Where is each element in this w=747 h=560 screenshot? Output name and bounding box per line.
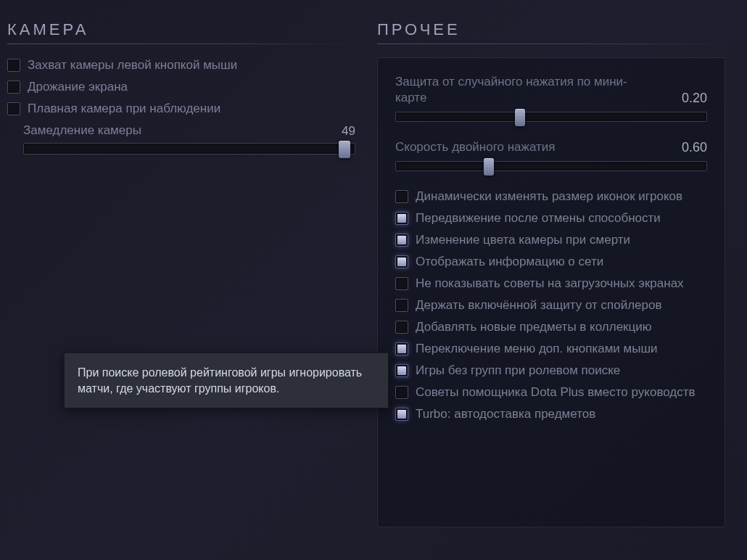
misc-option-row[interactable]: Советы помощника Dota Plus вместо руково… — [395, 384, 707, 400]
checkbox[interactable] — [395, 299, 408, 312]
camera-section: КАМЕРА Захват камеры левой кнопкой мышиД… — [7, 20, 355, 527]
checkbox[interactable] — [7, 59, 20, 72]
slider-label: Скорость двойного нажатия — [395, 139, 555, 155]
checkbox[interactable] — [395, 212, 408, 225]
camera-slow-slider[interactable]: Замедление камеры 49 — [23, 123, 355, 155]
slider-track[interactable] — [395, 161, 707, 171]
camera-options: Захват камеры левой кнопкой мышиДрожание… — [7, 57, 355, 117]
slider-label: Защита от случайного нажатия по мини-кар… — [395, 74, 649, 106]
checkbox-label: Отображать информацию о сети — [416, 255, 603, 269]
slider-track[interactable] — [23, 143, 355, 155]
checkbox[interactable] — [395, 386, 408, 399]
checkbox[interactable] — [7, 81, 20, 94]
checkbox-label: Держать включённой защиту от спойлеров — [416, 298, 661, 313]
checkbox[interactable] — [395, 234, 408, 247]
slider-value: 0.60 — [682, 140, 707, 155]
divider — [7, 44, 355, 44]
slider-thumb[interactable] — [515, 109, 525, 126]
checkbox-label: Turbo: автодоставка предметов — [416, 407, 595, 421]
checkbox-label: Динамически изменять размер иконок игрок… — [416, 189, 682, 204]
checkbox[interactable] — [395, 364, 408, 377]
checkbox-label: Захват камеры левой кнопкой мыши — [28, 58, 237, 73]
checkbox-label: Изменение цвета камеры при смерти — [416, 233, 630, 247]
misc-slider[interactable]: Защита от случайного нажатия по мини-кар… — [395, 74, 707, 122]
misc-section: ПРОЧЕЕ Защита от случайного нажатия по м… — [377, 20, 725, 527]
checkbox[interactable] — [395, 408, 408, 421]
misc-checks: Динамически изменять размер иконок игрок… — [395, 189, 707, 422]
misc-option-row[interactable]: Изменение цвета камеры при смерти — [395, 232, 707, 248]
checkbox[interactable] — [7, 102, 20, 115]
camera-title: КАМЕРА — [7, 20, 355, 39]
checkbox-label: Переключение меню доп. кнопками мыши — [416, 342, 658, 356]
checkbox-label: Добавлять новые предметы в коллекцию — [416, 320, 652, 334]
camera-option-row[interactable]: Дрожание экрана — [7, 79, 355, 95]
camera-option-row[interactable]: Захват камеры левой кнопкой мыши — [7, 57, 355, 73]
divider — [377, 44, 725, 44]
slider-thumb[interactable] — [339, 141, 350, 158]
checkbox-label: Игры без групп при ролевом поиске — [416, 363, 620, 378]
misc-slider[interactable]: Скорость двойного нажатия0.60 — [395, 139, 707, 171]
misc-option-row[interactable]: Игры без групп при ролевом поиске — [395, 363, 707, 379]
misc-option-row[interactable]: Turbo: автодоставка предметов — [395, 406, 707, 422]
checkbox-label: Дрожание экрана — [28, 80, 128, 94]
checkbox-label: Не показывать советы на загрузочных экра… — [416, 276, 684, 291]
checkbox[interactable] — [395, 190, 408, 203]
slider-value: 0.20 — [682, 91, 707, 106]
checkbox-label: Советы помощника Dota Plus вместо руково… — [416, 385, 696, 400]
checkbox[interactable] — [395, 342, 408, 355]
misc-title: ПРОЧЕЕ — [377, 20, 725, 39]
slider-value: 49 — [342, 124, 355, 139]
checkbox[interactable] — [395, 255, 408, 268]
misc-option-row[interactable]: Переключение меню доп. кнопками мыши — [395, 341, 707, 357]
slider-thumb[interactable] — [484, 158, 494, 176]
misc-option-row[interactable]: Добавлять новые предметы в коллекцию — [395, 319, 707, 335]
tooltip: При поиске ролевой рейтинговой игры игно… — [64, 353, 389, 408]
camera-option-row[interactable]: Плавная камера при наблюдении — [7, 101, 355, 117]
misc-panel: Защита от случайного нажатия по мини-кар… — [377, 57, 725, 527]
misc-option-row[interactable]: Держать включённой защиту от спойлеров — [395, 297, 707, 313]
slider-label: Замедление камеры — [23, 123, 141, 139]
misc-option-row[interactable]: Динамически изменять размер иконок игрок… — [395, 189, 707, 205]
slider-track[interactable] — [395, 112, 707, 122]
checkbox-label: Передвижение после отмены способности — [416, 211, 661, 226]
checkbox[interactable] — [395, 277, 408, 290]
misc-option-row[interactable]: Отображать информацию о сети — [395, 254, 707, 270]
checkbox-label: Плавная камера при наблюдении — [28, 102, 220, 116]
checkbox[interactable] — [395, 321, 408, 334]
tooltip-text: При поиске ролевой рейтинговой игры игно… — [78, 366, 362, 395]
misc-sliders: Защита от случайного нажатия по мини-кар… — [395, 74, 707, 171]
misc-option-row[interactable]: Не показывать советы на загрузочных экра… — [395, 276, 707, 292]
misc-option-row[interactable]: Передвижение после отмены способности — [395, 210, 707, 226]
